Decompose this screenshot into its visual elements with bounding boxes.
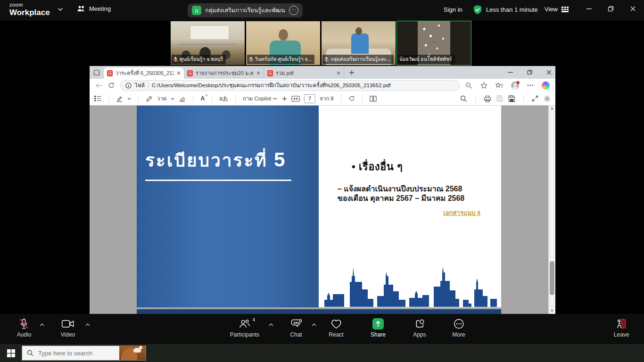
tab-meeting[interactable]: Meeting [77,5,111,12]
participant-name-badge: น้อธวัฒน์ ธนโชติชัยพัชร์ [398,55,455,64]
zoom-control-bar: Audio Video 4 Participants [0,314,644,344]
tab-close-icon[interactable] [177,71,181,75]
eraser-icon[interactable] [179,95,186,102]
pdf-toolbar-right [460,95,551,102]
pdf-viewer[interactable]: ระเบียบวาระที่ 5 • เรื่องอื่น ๆ – แจ้งผล… [90,106,555,314]
participant-name: น้อธวัฒน์ ธนโชติชัยพัชร์ [399,55,452,63]
windows-taskbar: e zm ENG 10:28 6/3/2568 [0,344,644,362]
participant-name-badge: รินทร์ปภัส ศูนย์เรียนรู้ฯ จ... [247,55,314,64]
participants-chevron-up-icon[interactable] [269,323,273,326]
print-icon[interactable] [484,95,491,102]
favorites-list-icon[interactable] [495,82,503,89]
video-chevron-up-icon[interactable] [85,323,90,326]
tab-close-icon[interactable] [256,71,260,75]
browser-maximize-button[interactable] [527,70,532,75]
view-button[interactable]: View [545,6,569,13]
browser-tab-2[interactable]: รายงานการประชุม20 ม.ค 68.pdf [184,67,264,79]
pdf-vertical-scrollbar[interactable]: ▲ ▼ [548,106,555,314]
participant-name: ศูนย์เรียนรู้ฯ จ.ชลบุรี [180,55,223,63]
share-button[interactable]: Share [371,318,386,338]
refresh-icon[interactable] [108,82,115,89]
search-icon[interactable] [460,95,467,102]
start-button[interactable] [0,344,22,362]
react-button[interactable]: React [329,318,343,338]
participant-video-4-active-speaker[interactable]: น้อธวัฒน์ ธนโชติชัยพัชร์ [397,21,471,65]
browser-menu-icon[interactable] [527,84,534,86]
scroll-down-icon[interactable]: ▼ [549,308,555,314]
draw-chevron-down-icon[interactable] [171,98,174,100]
participants-button[interactable]: 4 Participants [230,318,260,338]
toc-icon[interactable] [94,95,101,102]
zoom-level-icon[interactable] [465,82,472,89]
participant-video-2[interactable]: รินทร์ปภัส ศูนย์เรียนรู้ฯ จ... [246,21,320,65]
info-icon[interactable] [125,82,132,89]
pdf-file-icon [267,70,273,76]
tab-actions-icon[interactable] [93,69,100,76]
rotate-icon[interactable] [348,95,355,102]
browser-tab-3[interactable]: รวม.pdf [264,67,344,79]
zoom-out-icon[interactable] [272,96,278,101]
save-as-icon[interactable] [508,95,515,102]
page-total-label: จาก 8 [320,94,334,103]
slide-body-text: – แจ้งผลดำเนินงานปีงบประมาณ 2568 ของเดือ… [338,184,464,203]
meeting-title: กลุ่มส่งเสริมการเรียนรู้และพัฒนาอาชีพ i [205,6,285,15]
scroll-up-icon[interactable]: ▲ [549,106,555,111]
translate-icon[interactable]: aあ [219,95,228,103]
chat-button[interactable]: Chat [290,318,302,338]
mic-muted-icon [248,57,254,62]
back-icon[interactable] [95,82,102,89]
audio-chevron-up-icon[interactable] [40,323,44,326]
chat-chevron-up-icon[interactable] [312,323,316,326]
settings-gear-icon[interactable] [544,95,551,102]
favorite-star-icon[interactable] [480,82,487,89]
taskbar-search-box[interactable] [22,346,146,361]
share-label: Share [371,331,386,338]
ask-copilot-button[interactable]: ถาม Copilot [243,94,271,103]
url-field[interactable]: ไฟล์ C:/Users/Welcome/Desktop/ประชุมคณะก… [120,80,460,91]
page-view-icon[interactable] [370,96,377,102]
participant-video-3[interactable]: กลุ่มส่งเสริมการเรียนรู้และ... [322,21,396,65]
profile-avatar[interactable] [511,82,519,90]
more-button[interactable]: More [452,318,465,338]
tab-close-icon[interactable] [337,71,340,75]
fit-width-icon[interactable] [291,96,300,102]
leave-label: Leave [614,331,629,338]
pdf-file-icon [107,70,113,76]
expand-icon[interactable] [532,95,538,102]
highlighter-chevron-down-icon[interactable] [127,98,131,100]
audio-button[interactable]: Audio [17,318,32,338]
draw-label[interactable]: วาด [157,94,166,103]
draw-pen-icon[interactable] [146,95,153,102]
video-button[interactable]: Video [61,318,75,338]
workspace-chevron-down-icon[interactable] [58,8,63,11]
browser-close-button[interactable] [546,70,552,75]
view-label: View [545,6,558,13]
search-highlight-image[interactable] [119,346,146,360]
window-close-button[interactable] [630,6,636,12]
sign-in-button[interactable]: Sign in [444,6,462,13]
browser-minimize-button[interactable] [508,70,513,75]
new-tab-button[interactable] [349,70,355,75]
meeting-title-pill[interactable]: ก กลุ่มส่งเสริมการเรียนรู้และพัฒนาอาชีพ … [188,3,303,17]
meeting-info-more-icon[interactable]: ··· [289,6,298,15]
window-restore-button[interactable] [608,6,614,12]
participant-video-1[interactable]: ศูนย์เรียนรู้ฯ จ.ชลบุรี [171,21,245,65]
apps-button[interactable]: Apps [413,318,426,338]
zoom-in-icon[interactable] [282,96,287,101]
meeting-people-icon [77,5,85,12]
copilot-icon[interactable] [542,82,550,90]
browser-tab-1[interactable]: วาระครั้งที่ 6_250305_213652.pdf [104,67,184,79]
participant-video-strip: ศูนย์เรียนรู้ฯ จ.ชลบุรี รินทร์ปภัส ศูนย์… [171,21,471,65]
read-aloud-icon[interactable]: A^ [200,95,205,102]
participant-name-badge: ศูนย์เรียนรู้ฯ จ.ชลบุรี [172,55,226,64]
highlighter-icon[interactable] [116,95,123,102]
meeting-avatar: ก [192,6,201,15]
search-input[interactable] [37,349,116,357]
tab-label: รวม.pdf [276,69,334,77]
page-number-input[interactable] [304,94,315,103]
leave-button[interactable]: Leave [614,318,629,338]
window-minimize-button[interactable] [586,6,592,12]
attachment-link[interactable]: เอกสารแนบ 4 [443,208,480,218]
scrollbar-thumb[interactable] [550,261,554,295]
zoom-titlebar: zoom Workplace Meeting ก กลุ่มส่งเสริมกา… [0,0,644,21]
